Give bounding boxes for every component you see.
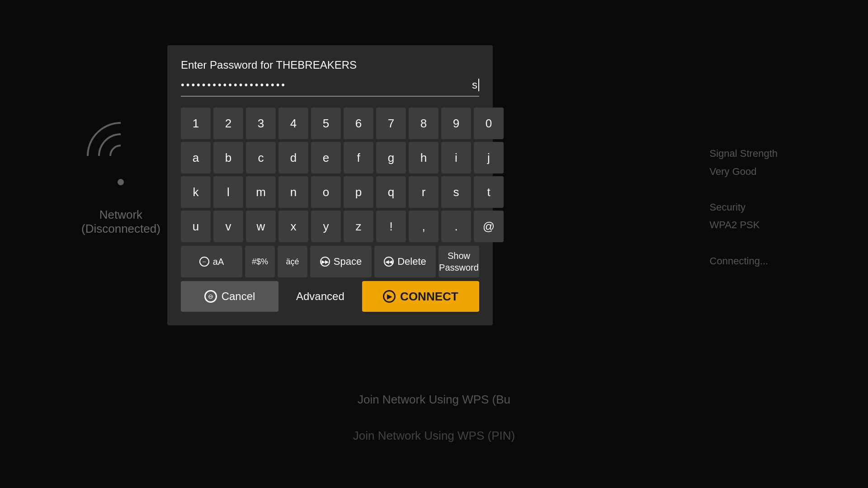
- key-c[interactable]: c: [246, 142, 276, 174]
- connect-label: CONNECT: [400, 290, 458, 304]
- password-dots: ••••••••••••••••••••: [181, 79, 472, 91]
- space-label: Space: [334, 256, 362, 267]
- password-field: •••••••••••••••••••• s: [181, 79, 479, 97]
- key-comma[interactable]: ,: [409, 211, 439, 242]
- key-2[interactable]: 2: [213, 108, 243, 139]
- key-i[interactable]: i: [441, 142, 471, 174]
- key-x[interactable]: x: [278, 211, 308, 242]
- key-e[interactable]: e: [311, 142, 341, 174]
- key-l[interactable]: l: [213, 176, 243, 208]
- key-r[interactable]: r: [409, 176, 439, 208]
- delete-label: Delete: [397, 256, 426, 267]
- key-z[interactable]: z: [344, 211, 373, 242]
- key-h[interactable]: h: [409, 142, 439, 174]
- key-4[interactable]: 4: [278, 108, 308, 139]
- number-row: 1 2 3 4 5 6 7 8 9 0: [181, 108, 479, 139]
- show-password-button[interactable]: ShowPassword: [439, 246, 479, 277]
- wps-button-text: Join Network Using WPS (Bu: [358, 393, 510, 407]
- advanced-label: Advanced: [296, 290, 344, 303]
- case-label: aA: [213, 257, 224, 267]
- case-icon: ↔: [199, 257, 209, 267]
- security-label: Security: [710, 198, 778, 216]
- modal-title: Enter Password for THEBREAKERS: [181, 59, 479, 71]
- key-s[interactable]: s: [441, 176, 471, 208]
- special-keys-row: ↔ aA #$% äçé ▶▶ Space ◀◀ Delete ShowPass…: [181, 246, 479, 277]
- cancel-button[interactable]: ⊖ Cancel: [181, 281, 278, 312]
- key-v[interactable]: v: [213, 211, 243, 242]
- key-k[interactable]: k: [181, 176, 211, 208]
- action-buttons: ⊖ Cancel Advanced ▶ CONNECT: [181, 281, 479, 312]
- key-5[interactable]: 5: [311, 108, 341, 139]
- key-3[interactable]: 3: [246, 108, 276, 139]
- symbols-button[interactable]: #$%: [245, 246, 275, 277]
- key-period[interactable]: .: [441, 211, 471, 242]
- key-0[interactable]: 0: [474, 108, 504, 139]
- network-status-label: Network(Disconnected): [81, 208, 160, 236]
- connection-status: Connecting...: [710, 252, 778, 270]
- key-m[interactable]: m: [246, 176, 276, 208]
- key-u[interactable]: u: [181, 211, 211, 242]
- key-8[interactable]: 8: [409, 108, 439, 139]
- symbols-label: #$%: [252, 257, 268, 267]
- key-exclaim[interactable]: !: [376, 211, 406, 242]
- key-a[interactable]: a: [181, 142, 211, 174]
- key-o[interactable]: o: [311, 176, 341, 208]
- signal-strength-label: Signal Strength: [710, 145, 778, 163]
- delete-button[interactable]: ◀◀ Delete: [374, 246, 436, 277]
- space-button[interactable]: ▶▶ Space: [310, 246, 372, 277]
- key-9[interactable]: 9: [441, 108, 471, 139]
- key-b[interactable]: b: [213, 142, 243, 174]
- virtual-keyboard: 1 2 3 4 5 6 7 8 9 0 a b c d e f g h i j …: [181, 108, 479, 242]
- cancel-icon: ⊖: [204, 290, 217, 303]
- accents-button[interactable]: äçé: [278, 246, 307, 277]
- key-y[interactable]: y: [311, 211, 341, 242]
- alpha-row-2: k l m n o p q r s t: [181, 176, 479, 208]
- delete-icon: ◀◀: [384, 257, 394, 267]
- key-6[interactable]: 6: [344, 108, 373, 139]
- advanced-button[interactable]: Advanced: [281, 281, 359, 312]
- alpha-row-3: u v w x y z ! , . @: [181, 211, 479, 242]
- key-at[interactable]: @: [474, 211, 504, 242]
- password-cursor-char: s: [472, 79, 479, 91]
- key-p[interactable]: p: [344, 176, 373, 208]
- key-g[interactable]: g: [376, 142, 406, 174]
- connect-button[interactable]: ▶ CONNECT: [362, 281, 479, 312]
- cancel-label: Cancel: [222, 290, 255, 303]
- signal-strength-value: Very Good: [710, 163, 778, 181]
- wps-pin-text: Join Network Using WPS (PIN): [353, 429, 515, 443]
- key-q[interactable]: q: [376, 176, 406, 208]
- key-d[interactable]: d: [278, 142, 308, 174]
- case-toggle-button[interactable]: ↔ aA: [181, 246, 242, 277]
- password-modal: Enter Password for THEBREAKERS •••••••••…: [167, 45, 493, 325]
- show-password-label: ShowPassword: [439, 250, 479, 273]
- security-value: WPA2 PSK: [710, 216, 778, 234]
- key-w[interactable]: w: [246, 211, 276, 242]
- background-wifi: Network(Disconnected): [81, 136, 160, 236]
- alpha-row-1: a b c d e f g h i j: [181, 142, 479, 174]
- key-t[interactable]: t: [474, 176, 504, 208]
- accents-label: äçé: [286, 257, 299, 267]
- key-f[interactable]: f: [344, 142, 373, 174]
- connect-icon: ▶: [383, 290, 396, 303]
- key-n[interactable]: n: [278, 176, 308, 208]
- network-info-panel: Signal Strength Very Good Security WPA2 …: [710, 145, 778, 270]
- key-7[interactable]: 7: [376, 108, 406, 139]
- key-1[interactable]: 1: [181, 108, 211, 139]
- space-icon: ▶▶: [320, 257, 330, 267]
- key-j[interactable]: j: [474, 142, 504, 174]
